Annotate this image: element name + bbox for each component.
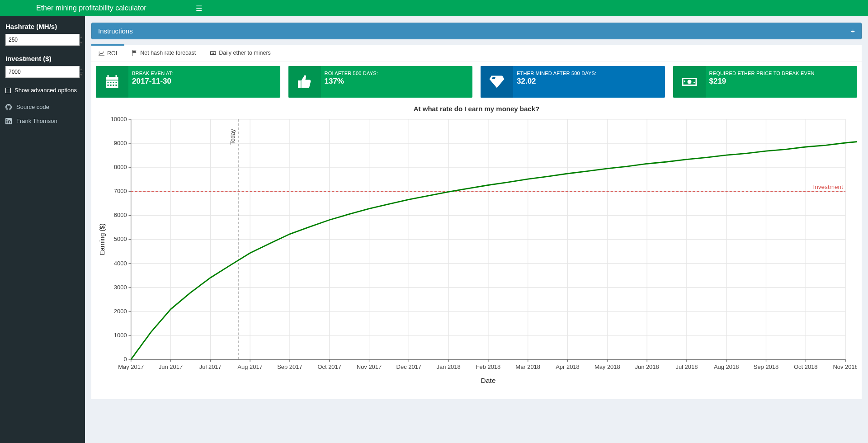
- svg-text:Jan 2018: Jan 2018: [436, 363, 460, 370]
- money-icon: [210, 50, 216, 56]
- svg-text:Earning ($): Earning ($): [99, 223, 106, 255]
- svg-text:5000: 5000: [114, 236, 127, 242]
- app-title: Ether mining profitability calculator: [0, 0, 190, 16]
- svg-text:Jun 2017: Jun 2017: [159, 363, 183, 370]
- linkedin-icon: [5, 118, 12, 124]
- svg-text:Apr 2018: Apr 2018: [556, 363, 580, 370]
- main-content: Instructions + ROI Net hash rate forecas…: [85, 16, 868, 443]
- stat-mined-value: 32.02: [517, 77, 661, 86]
- roi-card: ROI Net hash rate forecast Daily ether t…: [91, 45, 862, 399]
- svg-text:Aug 2018: Aug 2018: [714, 363, 739, 370]
- tab-roi-label: ROI: [107, 50, 117, 57]
- hashrate-input[interactable]: [6, 34, 79, 45]
- svg-text:Jun 2018: Jun 2018: [635, 363, 659, 370]
- svg-text:Sep 2018: Sep 2018: [754, 363, 778, 370]
- svg-text:4000: 4000: [114, 260, 127, 267]
- hashrate-spinner[interactable]: ▲▼: [79, 34, 83, 45]
- svg-text:Aug 2017: Aug 2017: [237, 363, 262, 370]
- sidebar-link-source-label: Source code: [16, 104, 49, 110]
- stat-mined-label: ETHER MINED AFTER 500 DAYS:: [517, 71, 661, 76]
- chart-title: At what rate do I earn my money back?: [96, 105, 857, 113]
- stat-req-price-label: REQUIRED ETHER PRICE TO BREAK EVEN: [709, 71, 854, 76]
- hamburger-button[interactable]: ☰: [190, 0, 208, 16]
- stat-mined: ETHER MINED AFTER 500 DAYS:32.02: [481, 66, 665, 98]
- stat-break-even-label: BREAK EVEN AT:: [132, 71, 277, 76]
- chart-container: At what rate do I earn my money back? 01…: [91, 98, 862, 399]
- investment-label: Investment ($): [5, 55, 80, 62]
- advanced-options-checkbox[interactable]: Show advanced options: [5, 87, 80, 94]
- svg-text:8000: 8000: [114, 164, 127, 170]
- stat-roi-value: 137%: [325, 77, 469, 86]
- diamond-icon: [489, 74, 505, 90]
- stat-break-even: BREAK EVEN AT:2017-11-30: [96, 66, 280, 98]
- svg-text:Oct 2018: Oct 2018: [794, 363, 818, 370]
- svg-text:7000: 7000: [114, 188, 127, 194]
- tab-roi[interactable]: ROI: [91, 44, 124, 61]
- tabs: ROI Net hash rate forecast Daily ether t…: [91, 45, 862, 61]
- tab-daily-ether[interactable]: Daily ether to miners: [203, 45, 278, 61]
- tab-hashrate-label: Net hash rate forecast: [140, 50, 196, 56]
- svg-text:Date: Date: [481, 377, 496, 384]
- svg-text:6000: 6000: [114, 212, 127, 218]
- tab-daily-ether-label: Daily ether to miners: [219, 50, 271, 56]
- stat-break-even-value: 2017-11-30: [132, 77, 277, 86]
- plus-icon: +: [851, 27, 855, 35]
- svg-text:3000: 3000: [114, 284, 127, 291]
- svg-text:Nov 2017: Nov 2017: [357, 363, 382, 370]
- hashrate-label: Hashrate (MH/s): [5, 23, 80, 30]
- stat-req-price-value: $219: [709, 77, 854, 86]
- svg-text:May 2017: May 2017: [118, 363, 144, 370]
- svg-text:Jul 2018: Jul 2018: [675, 363, 698, 370]
- svg-text:Sep 2017: Sep 2017: [277, 363, 302, 370]
- svg-text:0: 0: [123, 356, 127, 363]
- thumbs-up-icon: [297, 74, 313, 90]
- sidebar-link-author-label: Frank Thomson: [16, 118, 57, 124]
- svg-text:Today: Today: [229, 129, 236, 145]
- flag-icon: [132, 50, 137, 56]
- checkbox-icon: [5, 88, 11, 93]
- stat-req-price: REQUIRED ETHER PRICE TO BREAK EVEN$219: [673, 66, 858, 98]
- roi-chart: 0100020003000400050006000700080009000100…: [96, 113, 857, 389]
- svg-text:2000: 2000: [114, 308, 127, 315]
- github-icon: [5, 104, 12, 110]
- svg-text:1000: 1000: [114, 332, 127, 339]
- svg-text:Mar 2018: Mar 2018: [515, 363, 540, 370]
- hashrate-input-wrap: ▲▼: [5, 34, 80, 46]
- cash-icon: [681, 74, 698, 90]
- investment-input[interactable]: [6, 66, 79, 77]
- advanced-options-label: Show advanced options: [14, 87, 77, 94]
- stat-roi-label: ROI AFTER 500 DAYS:: [325, 71, 469, 76]
- svg-text:10000: 10000: [111, 116, 127, 123]
- investment-spinner[interactable]: ▲▼: [79, 66, 83, 77]
- instructions-panel[interactable]: Instructions +: [91, 23, 862, 39]
- sidebar-link-source[interactable]: Source code: [5, 100, 80, 114]
- stat-row: BREAK EVEN AT:2017-11-30 ROI AFTER 500 D…: [91, 61, 862, 98]
- svg-text:Dec 2017: Dec 2017: [396, 363, 421, 370]
- sidebar: Hashrate (MH/s) ▲▼ Investment ($) ▲▼ Sho…: [0, 16, 85, 443]
- stat-roi: ROI AFTER 500 DAYS:137%: [288, 66, 473, 98]
- svg-text:Investment: Investment: [813, 184, 843, 190]
- investment-input-wrap: ▲▼: [5, 66, 80, 78]
- svg-text:Oct 2017: Oct 2017: [317, 363, 341, 370]
- chart-line-icon: [99, 51, 104, 57]
- svg-text:May 2018: May 2018: [594, 363, 620, 370]
- svg-text:Jul 2017: Jul 2017: [199, 363, 222, 370]
- svg-text:Nov 2018: Nov 2018: [833, 363, 857, 370]
- topbar: Ether mining profitability calculator ☰: [0, 0, 868, 16]
- svg-text:9000: 9000: [114, 140, 127, 146]
- svg-text:Feb 2018: Feb 2018: [476, 363, 501, 370]
- sidebar-link-author[interactable]: Frank Thomson: [5, 114, 80, 128]
- tab-hashrate[interactable]: Net hash rate forecast: [124, 45, 203, 61]
- calendar-icon: [104, 74, 120, 90]
- instructions-title: Instructions: [98, 27, 133, 35]
